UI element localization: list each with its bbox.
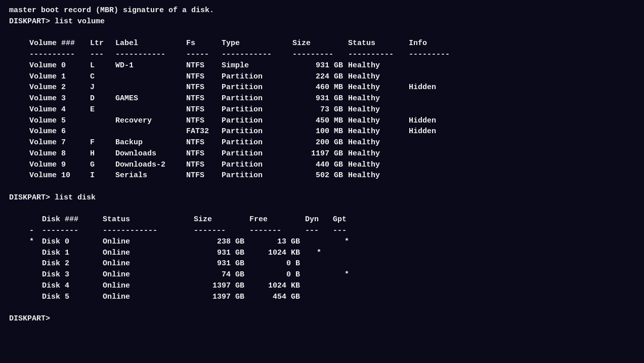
disk-sep-dyn: ---: [305, 225, 333, 236]
vol-cell-ltr: I: [90, 170, 115, 181]
vol-header-info: Info: [409, 38, 459, 49]
vol-cell-fs: NTFS: [186, 148, 222, 159]
vol-row: Volume 0LWD-1NTFSSimple931 GBHealthy: [29, 60, 459, 71]
disk-header-row: Disk ### Status Size Free Dyn Gpt: [29, 214, 361, 225]
disk-sep-disk: --------: [42, 225, 103, 236]
vol-cell-info: [409, 71, 459, 83]
vol-cell-vol: Volume 10: [29, 170, 90, 181]
disk-row: Disk 4Online1397 GB1024 KB: [29, 280, 361, 292]
vol-header-ltr: Ltr: [90, 38, 115, 49]
cmd-list-disk: DISKPART> list disk: [9, 192, 635, 204]
disk-cell-gpt: *: [333, 236, 361, 248]
vol-cell-label: [115, 126, 186, 137]
vol-cell-ltr: L: [90, 60, 115, 71]
disk-cell-status: Online: [103, 248, 194, 259]
disk-cell-status: Online: [103, 292, 194, 303]
vol-cell-fs: NTFS: [186, 159, 222, 171]
vol-cell-type: Partition: [222, 170, 292, 181]
vol-cell-vol: Volume 0: [29, 60, 90, 71]
disk-header-disk: Disk ###: [42, 214, 103, 225]
vol-header-fs: Fs: [186, 38, 222, 49]
vol-cell-info: [409, 170, 459, 181]
disk-cell-size: 1397 GB: [194, 280, 249, 292]
disk-header-size: Size: [194, 214, 249, 225]
disk-cell-star: *: [29, 236, 42, 248]
disk-cell-star: [29, 248, 42, 259]
vol-tbody: Volume 0LWD-1NTFSSimple931 GBHealthyVolu…: [29, 60, 459, 181]
vol-cell-ltr: E: [90, 104, 115, 115]
disk-header-star: [29, 214, 42, 225]
disk-header-status: Status: [103, 214, 194, 225]
vol-cell-label: Serials: [115, 170, 186, 181]
vol-cell-status: Healthy: [348, 148, 409, 159]
disk-cell-size: 931 GB: [194, 248, 249, 259]
disk-cell-disk: Disk 2: [42, 258, 103, 269]
vol-cell-label: [115, 104, 186, 115]
vol-cell-status: Healthy: [348, 170, 409, 181]
vol-cell-type: Simple: [222, 60, 292, 71]
vol-cell-type: Partition: [222, 148, 292, 159]
vol-cell-status: Healthy: [348, 82, 409, 93]
vol-cell-status: Healthy: [348, 137, 409, 148]
disk-table-container: Disk ### Status Size Free Dyn Gpt - ----…: [19, 214, 635, 302]
vol-cell-type: Partition: [222, 115, 292, 127]
vol-cell-status: Healthy: [348, 104, 409, 115]
vol-row: Volume 2JNTFSPartition460 MBHealthyHidde…: [29, 82, 459, 93]
vol-row: Volume 9GDownloads-2NTFSPartition440 GBH…: [29, 159, 459, 171]
disk-cell-size: 238 GB: [194, 236, 249, 248]
disk-cell-dyn: [305, 236, 333, 248]
final-prompt: DISKPART>: [9, 313, 635, 325]
disk-cell-status: Online: [103, 269, 194, 280]
disk-cell-size: 931 GB: [194, 258, 249, 269]
vol-row: Volume 3DGAMESNTFSPartition931 GBHealthy: [29, 93, 459, 104]
vol-cell-vol: Volume 3: [29, 93, 90, 104]
disk-cell-gpt: [333, 292, 361, 303]
disk-row: Disk 3Online74 GB0 B*: [29, 269, 361, 280]
vol-cell-info: [409, 60, 459, 71]
vol-cell-ltr: G: [90, 159, 115, 171]
disk-cell-star: [29, 258, 42, 269]
vol-cell-type: Partition: [222, 159, 292, 171]
vol-cell-fs: NTFS: [186, 82, 222, 93]
disk-cell-gpt: [333, 280, 361, 292]
vol-cell-vol: Volume 7: [29, 137, 90, 148]
vol-sep-fs: -----: [186, 49, 222, 60]
disk-cell-dyn: *: [305, 248, 333, 259]
disk-cell-size: 74 GB: [194, 269, 249, 280]
vol-cell-vol: Volume 4: [29, 104, 90, 115]
vol-cell-size: 931 GB: [292, 93, 348, 104]
vol-cell-info: [409, 159, 459, 171]
vol-cell-fs: NTFS: [186, 137, 222, 148]
disk-header-free: Free: [249, 214, 305, 225]
disk-cell-status: Online: [103, 280, 194, 292]
vol-cell-size: 440 GB: [292, 159, 348, 171]
vol-cell-size: 200 GB: [292, 137, 348, 148]
disk-cell-disk: Disk 0: [42, 236, 103, 248]
vol-cell-info: [409, 93, 459, 104]
vol-row: Volume 10ISerialsNTFSPartition502 GBHeal…: [29, 170, 459, 181]
terminal: master boot record (MBR) signature of a …: [9, 5, 635, 325]
disk-cell-gpt: *: [333, 269, 361, 280]
vol-header-row: Volume ### Ltr Label Fs Type Size Status…: [29, 38, 459, 49]
disk-cell-size: 1397 GB: [194, 292, 249, 303]
vol-cell-fs: NTFS: [186, 60, 222, 71]
disk-row: *Disk 0Online238 GB13 GB*: [29, 236, 361, 248]
vol-cell-fs: NTFS: [186, 115, 222, 127]
disk-cell-disk: Disk 5: [42, 292, 103, 303]
disk-row: Disk 5Online1397 GB454 GB: [29, 292, 361, 303]
disk-cell-dyn: [305, 280, 333, 292]
vol-cell-label: GAMES: [115, 93, 186, 104]
vol-cell-label: Backup: [115, 137, 186, 148]
vol-cell-info: Hidden: [409, 115, 459, 127]
vol-cell-info: Hidden: [409, 126, 459, 137]
vol-cell-size: 450 MB: [292, 115, 348, 127]
disk-cell-star: [29, 292, 42, 303]
vol-cell-status: Healthy: [348, 71, 409, 83]
vol-cell-fs: NTFS: [186, 71, 222, 83]
vol-cell-label: Downloads: [115, 148, 186, 159]
vol-row: Volume 8HDownloadsNTFSPartition1197 GBHe…: [29, 148, 459, 159]
disk-sep-star: -: [29, 225, 42, 236]
vol-cell-info: Hidden: [409, 82, 459, 93]
volume-table: Volume ### Ltr Label Fs Type Size Status…: [29, 38, 459, 181]
vol-cell-info: [409, 104, 459, 115]
